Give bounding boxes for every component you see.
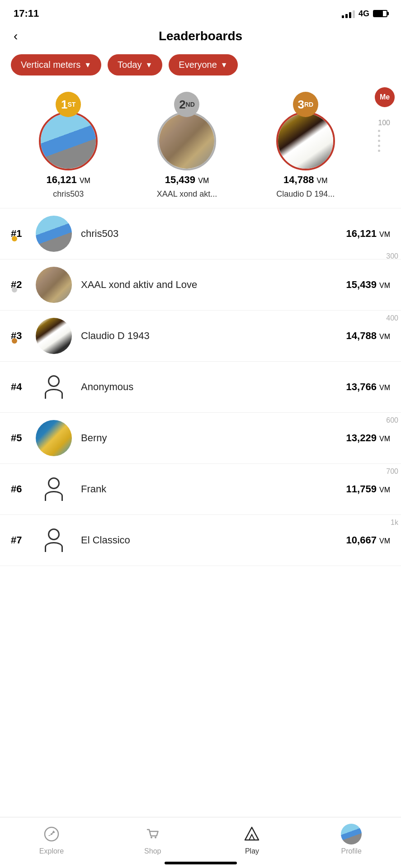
filter-today[interactable]: Today ▼ [108,54,162,75]
avatar-ring-1 [39,112,98,170]
user-score: 14,788 VM [346,330,390,342]
filter-vertical-label: Vertical meters [21,60,80,70]
name-2: XAAL xond akt... [157,189,217,199]
rank-number: #1 [11,228,36,240]
avatar-photo-1 [41,113,96,169]
table-row[interactable]: #5 Berny 13,229 VM 600 [0,413,401,464]
scroll-dot [378,140,380,142]
nav-item-play[interactable]: Play [241,824,262,855]
table-row[interactable]: #4 Anonymous 13,766 VM [0,362,401,413]
user-name: XAAL xond aktiv and Love [81,279,346,291]
status-bar: 17:11 4G [0,0,401,24]
scroll-dots-podium: 100 [378,119,393,152]
rank-badge-3: 3RD [293,92,318,117]
svg-point-4 [151,837,152,839]
podium-item-1[interactable]: 1ST 16,121 VM chris503 [9,92,127,199]
filter-vertical-meters[interactable]: Vertical meters ▼ [11,54,101,75]
home-indicator [165,862,237,864]
page-title: Leaderboards [159,29,242,43]
podium-item-2[interactable]: 2ND 15,439 VM XAAL xond akt... [127,92,246,199]
avatar-image [36,267,72,303]
avatar [36,471,72,507]
bottom-nav: Explore Shop Play Profile [0,817,401,868]
user-name: El Classico [81,534,346,546]
chevron-down-icon: ▼ [145,61,152,69]
network-label: 4G [359,9,369,19]
signal-bars [342,9,355,18]
score-3: 14,788 VM [283,174,327,186]
filters-bar: Vertical meters ▼ Today ▼ Everyone ▼ [0,50,401,83]
user-name: Berny [81,432,346,444]
avatar [36,267,72,303]
table-row[interactable]: #1 chris503 16,121 VM [0,208,401,259]
user-name: chris503 [81,228,346,240]
filter-today-label: Today [118,60,142,70]
avatar [36,318,72,354]
scroll-dot [378,135,380,137]
signal-bar-2 [345,14,348,18]
rank-badge-1: 1ST [56,92,81,117]
person-head-icon [48,528,60,540]
cart-icon [142,824,163,844]
table-row[interactable]: #7 El Classico 10,667 VM 1k [0,515,401,566]
rank-badge-2: 2ND [174,92,199,117]
table-row[interactable]: #6 Frank 11,759 VM 700 [0,464,401,515]
nav-label-shop: Shop [144,847,161,855]
person-head-icon [48,477,60,489]
axis-1k: 1k [391,519,398,527]
user-score: 13,229 VM [346,432,390,444]
scroll-dot [378,130,380,132]
battery-icon [373,10,387,17]
person-body-icon [45,542,63,552]
chevron-down-icon: ▼ [221,61,228,69]
signal-bar-3 [349,12,351,18]
status-time: 17:11 [14,8,39,19]
rank-number: #6 [11,483,36,495]
person-head-icon [48,375,60,387]
user-score: 15,439 VM [346,279,390,291]
rank-number: #3 [11,330,36,342]
nav-label-explore: Explore [39,847,64,855]
avatar [36,369,72,405]
avatar-image [36,318,72,354]
rank-circle-bronze: 3RD [293,92,318,117]
status-right: 4G [342,9,387,19]
filter-everyone[interactable]: Everyone ▼ [169,54,237,75]
avatar [36,216,72,252]
podium-section: Me 1ST 16,121 VM chris503 2ND [0,83,401,208]
rank-dot-bronze [12,338,17,344]
back-button[interactable]: ‹ [14,29,18,43]
avatar-image [36,420,72,456]
avatar-image [36,216,72,252]
user-name: Anonymous [81,381,346,393]
score-1: 16,121 VM [46,174,90,186]
rank-number: #4 [11,381,36,393]
nav-label-play: Play [245,847,259,855]
nav-item-explore[interactable]: Explore [39,824,64,855]
rank-circle-gold: 1ST [56,92,81,117]
nav-item-profile[interactable]: Profile [341,824,362,855]
anonymous-avatar [36,369,72,405]
avatar-photo-3 [278,113,333,169]
podium-item-3[interactable]: 3RD 14,788 VM Claudio D 194... [246,92,365,199]
table-row[interactable]: #2 XAAL xond aktiv and Love 15,439 VM [0,259,401,311]
svg-point-5 [155,837,156,839]
avatar [36,420,72,456]
anonymous-avatar [36,522,72,558]
chevron-down-icon: ▼ [84,61,91,69]
mountain-icon [241,824,262,844]
battery-fill [374,11,383,16]
user-score: 13,766 VM [346,381,390,393]
svg-marker-2 [52,830,55,834]
user-name: Frank [81,483,346,495]
avatar-ring-2 [157,112,216,170]
nav-item-shop[interactable]: Shop [142,824,163,855]
table-row[interactable]: #3 Claudio D 1943 14,788 VM 400 [0,311,401,362]
user-score: 10,667 VM [346,534,390,546]
axis-700: 700 [386,467,398,476]
axis-600: 600 [386,416,398,425]
anonymous-avatar [36,471,72,507]
user-score: 11,759 VM [346,483,390,495]
rank-number: #7 [11,534,36,546]
header: ‹ Leaderboards [0,24,401,50]
